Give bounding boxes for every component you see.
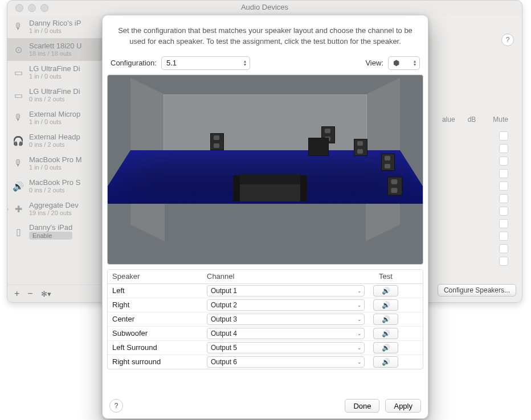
ipad-icon: ▯ [12,225,24,238]
table-row: SubwooferOutput 4⌄🔊 [108,327,423,341]
test-speaker-button[interactable]: 🔊 [373,285,398,297]
channel-popup[interactable]: Output 2⌄ [207,299,365,311]
configure-speakers-sheet: Set the configuration that best matches … [102,15,428,419]
col-mute: Mute [493,116,508,123]
col-test[interactable]: Test [362,272,409,281]
view-popup[interactable]: ⬢ ▴▾ [388,56,420,70]
mute-checkbox[interactable] [499,257,508,266]
sidebar-device-item[interactable]: ▭LG UltraFine Di1 in / 0 outs [7,61,107,84]
chevron-down-icon: ⌄ [357,288,362,294]
sidebar-device-item[interactable]: ▯Danny's iPadEnable [7,220,107,243]
mic-icon: 🎙 [12,112,24,124]
mic-icon: 🎙 [12,157,24,170]
done-button[interactable]: Done [345,399,379,413]
device-name: Danny's iPad [29,224,72,232]
speaker-left-icon[interactable] [210,133,224,150]
window-title: Audio Devices [7,3,522,11]
device-io: 19 ins / 20 outs [29,209,79,216]
speaker-center-icon[interactable] [354,139,367,156]
channel-value: Output 6 [211,358,237,366]
device-sidebar: 🎙Danny Rico's iP1 in / 0 outs⊙Scarlett 1… [7,15,108,302]
device-io: 0 ins / 2 outs [29,187,80,193]
sidebar-device-item[interactable]: 🔊MacBook Pro S0 ins / 2 outs [7,175,107,197]
sidebar-device-item[interactable]: 🎙Danny Rico's iP1 in / 0 outs [7,15,107,38]
test-speaker-button[interactable]: 🔊 [373,356,398,368]
channel-popup[interactable]: Output 5⌄ [207,342,365,353]
test-speaker-button[interactable]: 🔊 [373,342,398,353]
speaker-surround-right-icon[interactable] [387,176,402,195]
sidebar-device-item[interactable]: 🎙MacBook Pro M1 in / 0 outs [7,152,107,175]
view-label: View: [365,59,383,67]
remove-device-button[interactable]: − [27,289,32,299]
device-name: External Headp [29,133,80,141]
col-channel[interactable]: Channel [202,272,362,281]
col-speaker[interactable]: Speaker [108,272,202,281]
mute-checkbox[interactable] [499,169,508,178]
mute-checkbox[interactable] [499,219,508,228]
display-icon: ▭ [12,89,24,101]
device-name: Scarlett 18i20 U [29,42,82,50]
channel-value: Output 2 [211,301,237,309]
sidebar-device-item[interactable]: 🎧External Headp0 ins / 2 outs [7,129,107,152]
apply-button[interactable]: Apply [385,399,421,413]
device-name: Danny Rico's iP [29,19,81,27]
test-speaker-button[interactable]: 🔊 [373,299,398,311]
sheet-help-button[interactable]: ? [109,399,123,413]
cube-icon: ⬢ [393,59,399,67]
sound-icon: 🔊 [382,358,390,366]
channel-value: Output 3 [211,315,237,323]
device-name: LG UltraFine Di [29,65,80,73]
channel-value: Output 1 [211,287,237,295]
table-row: CenterOutput 3⌄🔊 [108,312,423,327]
device-io: 1 in / 0 outs [29,118,80,125]
channel-popup[interactable]: Output 1⌄ [207,285,365,297]
sidebar-device-item[interactable]: ›✚Aggregate Dev19 ins / 20 outs [7,197,107,220]
mute-checkbox[interactable] [499,182,508,191]
speaker-icon: 🔊 [12,180,24,192]
configuration-label: Configuration: [111,59,157,67]
sidebar-device-item[interactable]: ⊙Scarlett 18i20 U18 ins / 18 outs [7,38,107,61]
headphones-icon: 🎧 [12,134,24,147]
mute-checkbox[interactable] [499,144,508,153]
mute-checkbox[interactable] [499,194,508,203]
chevron-down-icon: ⌄ [357,331,362,336]
help-button[interactable]: ? [501,34,514,46]
channel-value: Output 5 [211,344,237,352]
channel-popup[interactable]: Output 3⌄ [207,314,365,325]
mute-checkbox[interactable] [499,207,508,216]
enable-pill[interactable]: Enable [29,232,72,240]
table-row: LeftOutput 1⌄🔊 [108,284,423,298]
sidebar-toolbar: + − ✻▾ [7,285,107,302]
chevron-down-icon: ⌄ [357,302,362,308]
configuration-value: 5.1 [166,59,177,67]
channel-popup[interactable]: Output 4⌄ [207,328,365,339]
subwoofer-icon[interactable] [308,138,329,156]
mute-checkbox[interactable] [499,244,508,253]
device-name: MacBook Pro S [29,179,80,187]
col-value: alue [442,116,455,123]
disclosure-icon[interactable]: › [7,206,8,212]
mute-checkbox[interactable] [499,131,508,141]
mute-checkbox[interactable] [499,157,508,166]
channel-popup[interactable]: Output 6⌄ [207,356,365,368]
speaker-name: Right [108,300,202,309]
mute-checkbox[interactable] [499,232,508,241]
mic-icon: 🎙 [12,20,24,33]
add-device-button[interactable]: + [14,289,19,299]
speaker-surround-left-icon[interactable] [381,154,395,171]
sidebar-device-item[interactable]: 🎙External Microp1 in / 0 outs [7,106,107,129]
stepper-icon: ▴▾ [244,60,246,67]
sound-icon: 🔊 [382,344,390,352]
configuration-popup[interactable]: 5.1 ▴▾ [161,56,250,70]
configure-speakers-button[interactable]: Configure Speakers... [438,284,516,297]
sidebar-device-item[interactable]: ▭LG UltraFine Di0 ins / 2 outs [7,84,107,106]
sound-icon: 🔊 [382,301,390,309]
test-speaker-button[interactable]: 🔊 [373,314,398,325]
device-actions-menu[interactable]: ✻▾ [41,290,51,298]
sheet-instructions: Set the configuration that best matches … [103,15,428,53]
device-name: MacBook Pro M [29,156,81,164]
speaker-3d-view[interactable] [107,75,423,265]
chevron-down-icon: ⌄ [357,316,362,322]
device-io: 18 ins / 18 outs [29,50,82,57]
test-speaker-button[interactable]: 🔊 [373,328,398,339]
